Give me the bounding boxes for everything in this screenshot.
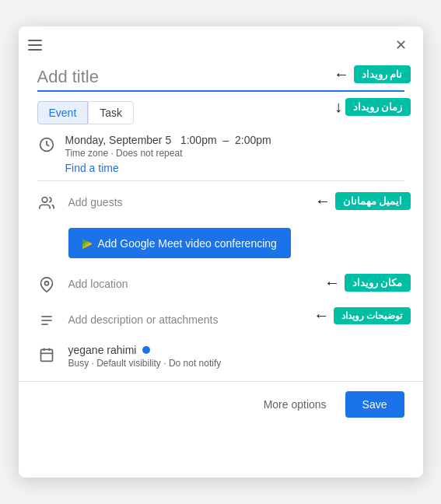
- annotation-event-location: مکان رویداد: [345, 274, 411, 292]
- calendar-row: yegane rahimi Busy · Default visibility …: [19, 338, 423, 375]
- dialog-footer: More options Save: [19, 381, 423, 421]
- meet-icon: ▶: [82, 236, 92, 250]
- dialog-header: ✕: [19, 26, 423, 58]
- time-content: Monday, September 5 1:00pm – 2:00pm Time…: [65, 134, 404, 174]
- annotation-event-time: زمان رویداد: [345, 98, 411, 116]
- event-date: Monday, September 5: [65, 134, 172, 146]
- guests-icon: [37, 194, 56, 212]
- time-section: Monday, September 5 1:00pm – 2:00pm Time…: [19, 128, 423, 177]
- add-guests-text[interactable]: Add guests: [68, 196, 123, 208]
- svg-rect-6: [40, 349, 52, 361]
- time-dash: –: [222, 134, 229, 146]
- meet-button-label: Add Google Meet video conferencing: [98, 237, 277, 250]
- time-main: Monday, September 5 1:00pm – 2:00pm: [65, 134, 404, 146]
- calendar-color-dot: [142, 346, 150, 354]
- time-sub: Time zone · Does not repeat: [65, 148, 404, 159]
- calendar-info: yegane rahimi Busy · Default visibility …: [68, 344, 222, 369]
- add-location-text[interactable]: Add location: [68, 278, 128, 290]
- tab-task[interactable]: Task: [88, 101, 134, 124]
- event-start: 1:00pm: [180, 134, 217, 146]
- description-row: Add description or attachments ← توضیحات…: [19, 302, 423, 338]
- calendar-name: yegane rahimi: [68, 344, 222, 356]
- location-icon: [37, 275, 56, 294]
- title-input[interactable]: [37, 64, 404, 92]
- more-options-button[interactable]: More options: [254, 392, 336, 417]
- find-time-link[interactable]: Find a time: [65, 162, 404, 174]
- svg-point-2: [44, 282, 48, 285]
- meet-button[interactable]: ▶ Add Google Meet video conferencing: [68, 228, 291, 258]
- tab-event[interactable]: Event: [37, 101, 89, 124]
- tabs-row: Event Task ↓ زمان رویداد: [19, 95, 423, 128]
- add-description-text[interactable]: Add description or attachments: [68, 313, 219, 326]
- description-icon: [37, 311, 56, 330]
- calendar-sub: Busy · Default visibility · Do not notif…: [68, 358, 222, 369]
- divider-1: [37, 180, 404, 181]
- event-dialog: ✕ ← نام رویداد Event Task ↓ زمان رویداد: [19, 26, 423, 478]
- save-button[interactable]: Save: [345, 391, 404, 418]
- event-end: 2:00pm: [235, 134, 271, 146]
- drag-handle: [28, 40, 42, 51]
- title-section: ← نام رویداد: [19, 58, 423, 95]
- calendar-icon: [37, 345, 56, 364]
- svg-point-1: [42, 198, 47, 203]
- annotation-event-description: توضیحات رویداد: [334, 307, 410, 324]
- meet-row: ▶ Add Google Meet video conferencing: [19, 220, 423, 266]
- add-guests-row: Add guests ← ایمیل مهمانان: [19, 184, 423, 220]
- close-button[interactable]: ✕: [389, 33, 414, 58]
- annotation-guests-email: ایمیل مهمانان: [335, 192, 411, 210]
- location-row: Add location ← مکان رویداد: [19, 266, 423, 302]
- clock-icon: [37, 135, 56, 154]
